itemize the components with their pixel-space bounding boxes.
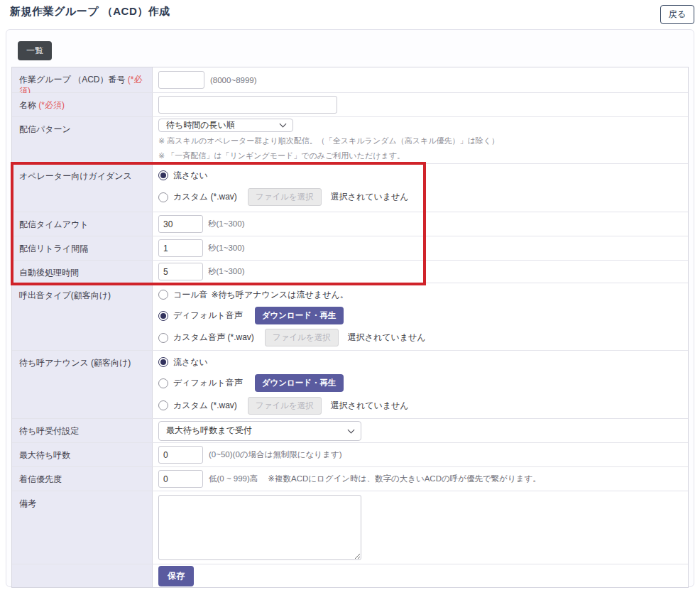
- ring-download-play-button[interactable]: ダウンロード・再生: [255, 307, 344, 324]
- incoming-priority-note: ※複数ACDにログイン時は、数字の大きいACDの呼が優先で繋がります。: [268, 474, 541, 484]
- form-row: 作業グループ （ACD）番号 (*必須) (8000~8999): [12, 67, 688, 93]
- form-row: 名称 (*必須): [12, 93, 688, 117]
- field-label-retry-interval: 配信リトライ間隔: [12, 236, 153, 260]
- field-label-delivery-pattern: 配信パターン: [12, 117, 153, 163]
- field-label-incoming-priority: 着信優先度: [12, 467, 153, 491]
- radio-announce-default-voice[interactable]: [158, 378, 168, 388]
- radio-announce-none-label[interactable]: 流さない: [173, 356, 208, 368]
- page-title: 新規作業グループ （ACD）作成: [10, 5, 170, 18]
- radio-guidance-none[interactable]: [158, 170, 168, 180]
- announce-file-select-button[interactable]: ファイルを選択: [248, 397, 322, 415]
- radio-ring-default-voice[interactable]: [158, 311, 168, 321]
- remarks-textarea[interactable]: [158, 495, 361, 560]
- form-row: 保存: [12, 564, 688, 587]
- form-row: 配信リトライ間隔 秒(1~300): [12, 236, 688, 261]
- acd-number-hint: (8000~8999): [210, 76, 257, 84]
- radio-ring-custom-voice-label[interactable]: カスタム音声 (*.wav): [173, 332, 254, 344]
- field-label-max-wait-calls: 最大待ち呼数: [12, 443, 153, 466]
- field-label-auto-wrapup: 自動後処理時間: [12, 261, 153, 283]
- name-input[interactable]: [158, 96, 337, 114]
- save-row-label-cell: [12, 564, 153, 587]
- max-wait-calls-input[interactable]: [158, 446, 203, 464]
- radio-announce-none[interactable]: [158, 357, 168, 367]
- field-label-ring-tone: 呼出音タイプ(顧客向け): [12, 283, 153, 350]
- field-label-delivery-timeout: 配信タイムアウト: [12, 212, 153, 236]
- ring-file-status: 選択されていません: [348, 332, 426, 344]
- form-row: 着信優先度 低(0 ~ 999)高 ※複数ACDにログイン時は、数字の大きいAC…: [12, 467, 688, 491]
- field-label-remarks: 備考: [12, 491, 153, 564]
- field-label-wait-call-setting: 待ち呼受付設定: [12, 419, 153, 442]
- radio-ring-call-tone-label[interactable]: コール音: [173, 289, 208, 301]
- list-button[interactable]: 一覧: [18, 41, 52, 60]
- guidance-file-select-button[interactable]: ファイルを選択: [248, 188, 322, 206]
- auto-wrapup-unit: 秒(1~300): [208, 266, 244, 277]
- required-mark: (*必須): [38, 100, 65, 110]
- form-row: オペレーター向けガイダンス 流さない カスタム (*.wav) ファイルを選択 …: [12, 164, 688, 212]
- delivery-timeout-input[interactable]: [158, 215, 203, 233]
- field-label-acd-number: 作業グループ （ACD）番号 (*必須): [12, 67, 153, 92]
- field-label-operator-guidance: オペレーター向けガイダンス: [12, 164, 153, 212]
- field-label-wait-announcement: 待ち呼アナウンス (顧客向け): [12, 351, 153, 418]
- form-row: 備考: [12, 491, 688, 564]
- delivery-timeout-unit: 秒(1~300): [208, 219, 244, 229]
- form-row: 待ち呼アナウンス (顧客向け) 流さない ディフォルト音声 ダウンロード・再生 …: [12, 351, 688, 419]
- form-row: 配信パターン 待ち時間の長い順 ※ 高スキルのオペレーター群より順次配信。（「全…: [12, 117, 688, 164]
- auto-wrapup-input[interactable]: [158, 263, 203, 280]
- radio-ring-call-tone[interactable]: [158, 290, 168, 300]
- radio-announce-default-voice-label[interactable]: ディフォルト音声: [173, 377, 243, 389]
- form-row: 配信タイムアウト 秒(1~300): [12, 212, 688, 236]
- delivery-pattern-note2: ※ 「一斉配信」は「リンギングモード」でのみご利用いただけます。: [158, 150, 405, 162]
- form-row: 自動後処理時間 秒(1~300): [12, 261, 688, 283]
- form-row: 呼出音タイプ(顧客向け) コール音 ※待ち呼アナウンスは流せません。 ディフォル…: [12, 283, 688, 351]
- page-header: 新規作業グループ （ACD）作成 戻る: [0, 0, 700, 28]
- form-row: 最大待ち呼数 (0~50)(0の場合は無制限になります): [12, 443, 688, 467]
- retry-interval-input[interactable]: [158, 239, 203, 257]
- incoming-priority-hint: 低(0 ~ 999)高: [209, 474, 258, 484]
- acd-number-input[interactable]: [158, 71, 204, 89]
- guidance-file-status: 選択されていません: [331, 191, 409, 203]
- retry-interval-unit: 秒(1~300): [208, 243, 244, 253]
- form-row: 待ち呼受付設定 最大待ち呼数まで受付: [12, 419, 688, 443]
- radio-guidance-custom-label[interactable]: カスタム (*.wav): [173, 191, 237, 203]
- incoming-priority-input[interactable]: [158, 470, 203, 488]
- chevron-down-icon: [348, 426, 355, 433]
- radio-announce-custom-label[interactable]: カスタム (*.wav): [173, 400, 237, 412]
- radio-guidance-custom[interactable]: [158, 192, 168, 202]
- radio-ring-default-voice-label[interactable]: ディフォルト音声: [173, 310, 243, 322]
- wait-call-setting-selected: 最大待ち呼数まで受付: [166, 425, 252, 437]
- ring-call-tone-note: ※待ち呼アナウンスは流せません。: [212, 289, 349, 301]
- max-wait-calls-hint: (0~50)(0の場合は無制限になります): [209, 449, 342, 460]
- announce-download-play-button[interactable]: ダウンロード・再生: [255, 374, 344, 392]
- save-button[interactable]: 保存: [158, 566, 194, 586]
- chevron-down-icon: [280, 121, 287, 128]
- radio-guidance-none-label[interactable]: 流さない: [173, 170, 208, 182]
- radio-ring-custom-voice[interactable]: [158, 333, 168, 343]
- delivery-pattern-note1: ※ 高スキルのオペレーター群より順次配信。（「全スキルランダム（高スキル優先）」…: [158, 135, 499, 147]
- form-table: 作業グループ （ACD）番号 (*必須) (8000~8999) 名称 (*必須…: [11, 67, 689, 588]
- ring-file-select-button[interactable]: ファイルを選択: [265, 329, 339, 346]
- wait-call-setting-select[interactable]: 最大待ち呼数まで受付: [158, 421, 361, 441]
- radio-announce-custom[interactable]: [158, 400, 168, 410]
- back-button[interactable]: 戻る: [660, 5, 694, 24]
- delivery-pattern-selected: 待ち時間の長い順: [166, 119, 235, 131]
- form-card: 一覧 作業グループ （ACD）番号 (*必須) (8000~8999) 名称 (…: [6, 29, 694, 587]
- announce-file-status: 選択されていません: [331, 400, 409, 412]
- field-label-name: 名称 (*必須): [12, 93, 153, 116]
- delivery-pattern-select[interactable]: 待ち時間の長い順: [158, 119, 293, 132]
